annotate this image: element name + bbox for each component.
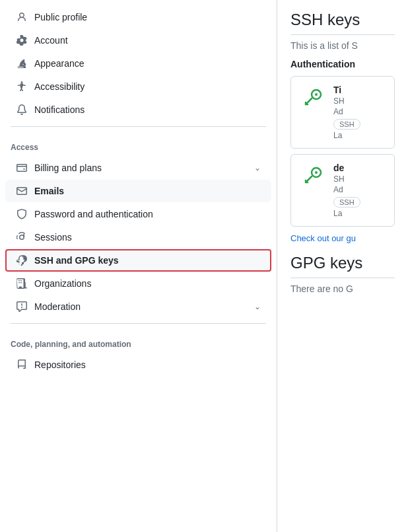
accessibility-icon (16, 81, 28, 93)
sidebar-item-label: Emails (34, 186, 261, 196)
sidebar-item-label: Public profile (34, 12, 261, 22)
key-meta-la-2: La (333, 209, 386, 218)
sidebar-item-billing[interactable]: Billing and plans ⌄ (5, 157, 271, 179)
key-badge-2: SSH (333, 197, 360, 208)
key-meta-sh-2: SH (333, 174, 386, 184)
check-out-link[interactable]: Check out our gu (290, 233, 395, 243)
sidebar-item-notifications[interactable]: Notifications (5, 98, 271, 121)
sidebar-item-label: Sessions (34, 232, 261, 243)
report-icon (16, 301, 28, 313)
key-name-2: de (333, 163, 386, 173)
key-icon-2 (299, 163, 325, 189)
sidebar-item-label: Billing and plans (34, 163, 248, 173)
key-card-1: Ti SH Ad SSH La (290, 76, 395, 149)
chevron-down-icon: ⌄ (254, 163, 261, 172)
person-icon (16, 11, 28, 23)
sidebar-item-account[interactable]: Account (5, 29, 271, 52)
key-name-1: Ti (333, 85, 386, 95)
sidebar-item-ssh-gpg[interactable]: SSH and GPG keys (5, 249, 271, 272)
key-badge-1: SSH (333, 119, 360, 130)
key-info-2: de SH Ad SSH La (333, 163, 386, 218)
gpg-subtitle: There are no G (290, 284, 395, 294)
sidebar: Public profile Account Appearance Access… (0, 0, 277, 532)
sidebar-item-label: Account (34, 35, 261, 46)
key-icon (16, 254, 28, 266)
paintbrush-icon (16, 57, 28, 69)
key-info-1: Ti SH Ad SSH La (333, 85, 386, 140)
credit-card-icon (16, 162, 28, 174)
sidebar-item-accessibility[interactable]: Accessibility (5, 75, 271, 98)
organization-icon (16, 278, 28, 289)
divider (11, 323, 266, 324)
sidebar-item-password[interactable]: Password and authentication (5, 203, 271, 225)
sidebar-item-moderation[interactable]: Moderation ⌄ (5, 295, 271, 318)
access-section-label: Access (0, 132, 277, 156)
sidebar-item-emails[interactable]: Emails (5, 180, 271, 202)
sidebar-item-label: SSH and GPG keys (34, 255, 261, 266)
key-icon-1 (299, 85, 325, 111)
ssh-title: SSH keys (290, 11, 395, 35)
main-content: SSH keys This is a list of S Authenticat… (277, 0, 408, 532)
key-card-2: de SH Ad SSH La (290, 154, 395, 227)
repo-icon (16, 359, 28, 371)
shield-icon (16, 208, 28, 220)
chevron-down-icon: ⌄ (254, 302, 261, 311)
gear-icon (16, 34, 28, 46)
sidebar-item-label: Accessibility (34, 81, 261, 92)
svg-point-3 (315, 171, 318, 174)
sidebar-item-appearance[interactable]: Appearance (5, 52, 271, 75)
key-meta-sh-1: SH (333, 96, 386, 106)
sidebar-item-sessions[interactable]: Sessions (5, 226, 271, 248)
bell-icon (16, 104, 28, 116)
sidebar-item-organizations[interactable]: Organizations (5, 272, 271, 295)
key-meta-ad-1: Ad (333, 107, 386, 116)
sidebar-item-label: Moderation (34, 301, 248, 312)
code-section-label: Code, planning, and automation (0, 329, 277, 353)
sidebar-item-public-profile[interactable]: Public profile (5, 6, 271, 28)
sidebar-item-label: Organizations (34, 278, 261, 289)
key-meta-la-1: La (333, 131, 386, 140)
sidebar-item-label: Password and authentication (34, 209, 261, 219)
mail-icon (16, 185, 28, 197)
divider (11, 126, 266, 127)
auth-heading: Authentication (290, 59, 395, 69)
key-meta-ad-2: Ad (333, 185, 386, 194)
sidebar-item-label: Appearance (34, 58, 261, 69)
svg-point-1 (315, 93, 318, 96)
gpg-title: GPG keys (290, 254, 395, 278)
sidebar-item-label: Repositories (34, 360, 261, 370)
ssh-subtitle: This is a list of S (290, 40, 395, 51)
broadcast-icon (16, 231, 28, 243)
sidebar-item-repositories[interactable]: Repositories (5, 354, 271, 376)
sidebar-item-label: Notifications (34, 104, 261, 115)
